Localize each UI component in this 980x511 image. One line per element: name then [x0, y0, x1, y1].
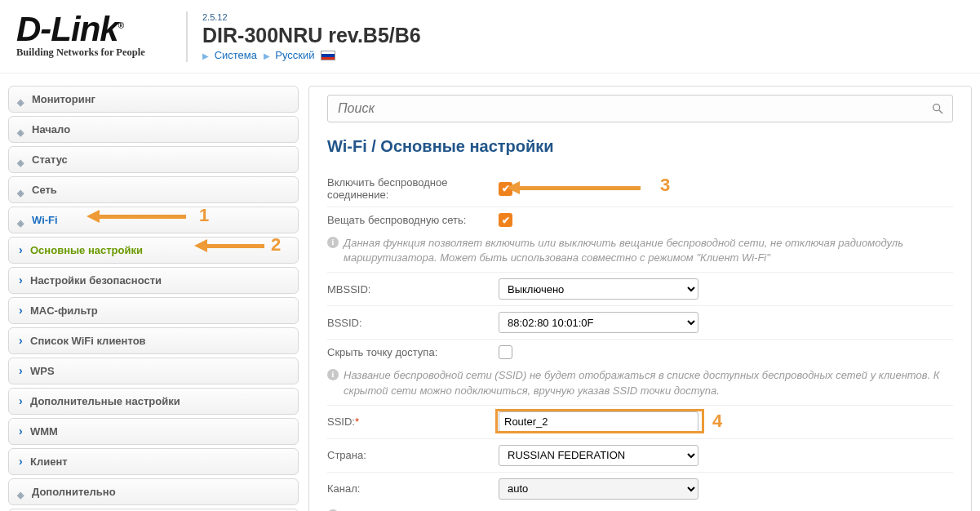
sidebar-item-network[interactable]: Сеть [9, 177, 298, 202]
sidebar-item-label: WPS [30, 365, 55, 377]
logo-tagline: Building Networks for People [16, 47, 171, 59]
sidebar-sub-security[interactable]: Настройки безопасности [8, 267, 299, 294]
sidebar-sub-client-list[interactable]: Список WiFi клиентов [8, 327, 299, 354]
sidebar-item-label: Мониторинг [32, 93, 95, 105]
help-broadcast: Данная функция позволяет включить или вы… [327, 236, 953, 273]
row-enable-wireless: Включить беспроводное соединение: ✔ [327, 171, 953, 207]
sidebar-item-label: Wi-Fi [32, 214, 58, 226]
input-ssid[interactable] [499, 411, 698, 433]
row-channel: Канал: auto [327, 473, 953, 505]
sidebar-item-label: Сеть [32, 184, 57, 196]
label-channel: Канал: [327, 482, 499, 495]
sidebar-sub-basic-settings[interactable]: Основные настройки [8, 237, 299, 264]
logo: D-Link® Building Networks for People [16, 14, 171, 59]
sidebar-item-status[interactable]: Статус [9, 147, 298, 172]
sidebar-item-label: Статус [32, 153, 68, 166]
header-info: 2.5.12 DIR-300NRU rev.B5/B6 ▶ Система ▶ … [202, 12, 421, 61]
main-panel: Wi-Fi / Основные настройки Включить бесп… [308, 86, 972, 511]
row-country: Страна: RUSSIAN FEDERATION [327, 439, 953, 473]
expand-icon [17, 126, 25, 134]
search-box[interactable] [327, 95, 953, 122]
sidebar: Мониторинг Начало Статус Сеть Wi-Fi Осно… [8, 86, 299, 511]
checkbox-enable-wireless[interactable]: ✔ [499, 182, 512, 196]
firmware-version: 2.5.12 [202, 12, 421, 22]
chevron-right-icon: ▶ [264, 51, 270, 60]
sidebar-item-label: Основные настройки [30, 244, 143, 256]
sidebar-item-label: Начало [32, 123, 70, 136]
expand-icon [17, 186, 25, 194]
sidebar-item-label: MAC-фильтр [30, 304, 98, 317]
select-mbssid[interactable]: Выключено [499, 278, 698, 300]
row-mbssid: MBSSID: Выключено [327, 273, 953, 306]
expand-icon [17, 96, 25, 104]
chevron-right-icon: ▶ [202, 51, 209, 60]
expand-icon [17, 156, 25, 164]
sidebar-sub-mac-filter[interactable]: MAC-фильтр [8, 297, 299, 324]
label-enable-wireless: Включить беспроводное соединение: [327, 176, 499, 201]
annotation-number-3: 3 [660, 175, 670, 196]
sidebar-item-wifi[interactable]: Wi-Fi [9, 207, 298, 233]
breadcrumb: ▶ Система ▶ Русский [202, 49, 421, 61]
select-bssid[interactable]: 88:02:80 10:01:0F [499, 312, 698, 333]
header: D-Link® Building Networks for People 2.5… [0, 0, 980, 73]
label-ssid: SSID:* [327, 415, 499, 428]
search-input[interactable] [336, 100, 931, 117]
sidebar-submenu-wifi: Основные настройки Настройки безопасност… [8, 237, 299, 475]
row-ssid: SSID:* 4 [327, 406, 953, 439]
select-channel[interactable]: auto [499, 478, 698, 500]
sidebar-item-label: Настройки безопасности [30, 274, 162, 287]
sidebar-item-label: Дополнительно [32, 486, 116, 498]
sidebar-item-label: Клиент [30, 455, 68, 468]
sidebar-sub-client[interactable]: Клиент [8, 448, 299, 475]
logo-text: D-Link® [16, 14, 171, 45]
sidebar-item-label: WMM [30, 425, 58, 438]
row-bssid: BSSID: 88:02:80 10:01:0F [327, 306, 953, 340]
label-hide-ap: Скрыть точку доступа: [327, 346, 499, 358]
sidebar-item-monitoring[interactable]: Мониторинг [9, 87, 298, 112]
label-country: Страна: [327, 449, 499, 461]
flag-ru-icon [321, 51, 335, 60]
device-model: DIR-300NRU rev.B5/B6 [202, 24, 421, 47]
sidebar-item-label: Список WiFi клиентов [30, 335, 146, 347]
annotation-number-4: 4 [712, 411, 722, 432]
checkbox-hide-ap[interactable]: ✔ [499, 345, 512, 359]
expand-icon [17, 216, 25, 224]
search-icon [931, 102, 944, 115]
svg-line-1 [939, 110, 942, 113]
checkbox-broadcast[interactable]: ✔ [499, 213, 512, 227]
row-hide-ap: Скрыть точку доступа: ✔ [327, 340, 953, 365]
sidebar-item-advanced[interactable]: Дополнительно [9, 479, 298, 504]
breadcrumb-system[interactable]: Система [215, 49, 257, 61]
sidebar-sub-wps[interactable]: WPS [8, 358, 299, 384]
breadcrumb-language[interactable]: Русский [275, 49, 314, 61]
page-title: Wi-Fi / Основные настройки [327, 137, 953, 156]
annotation-number-1: 1 [199, 205, 209, 226]
select-country[interactable]: RUSSIAN FEDERATION [499, 445, 698, 466]
label-bssid: BSSID: [327, 317, 499, 329]
annotation-number-2: 2 [271, 234, 281, 256]
sidebar-sub-wmm[interactable]: WMM [8, 418, 299, 445]
help-hide-ap: Название беспроводной сети (SSID) не буд… [327, 368, 953, 405]
row-broadcast: Вещать беспроводную сеть: ✔ [327, 207, 953, 233]
svg-point-0 [933, 104, 940, 111]
sidebar-item-start[interactable]: Начало [9, 117, 298, 142]
label-broadcast: Вещать беспроводную сеть: [327, 214, 499, 226]
sidebar-item-label: Дополнительные настройки [30, 395, 180, 407]
label-mbssid: MBSSID: [327, 283, 499, 295]
expand-icon [17, 488, 25, 496]
header-divider [186, 11, 188, 62]
sidebar-sub-advanced[interactable]: Дополнительные настройки [8, 388, 299, 415]
